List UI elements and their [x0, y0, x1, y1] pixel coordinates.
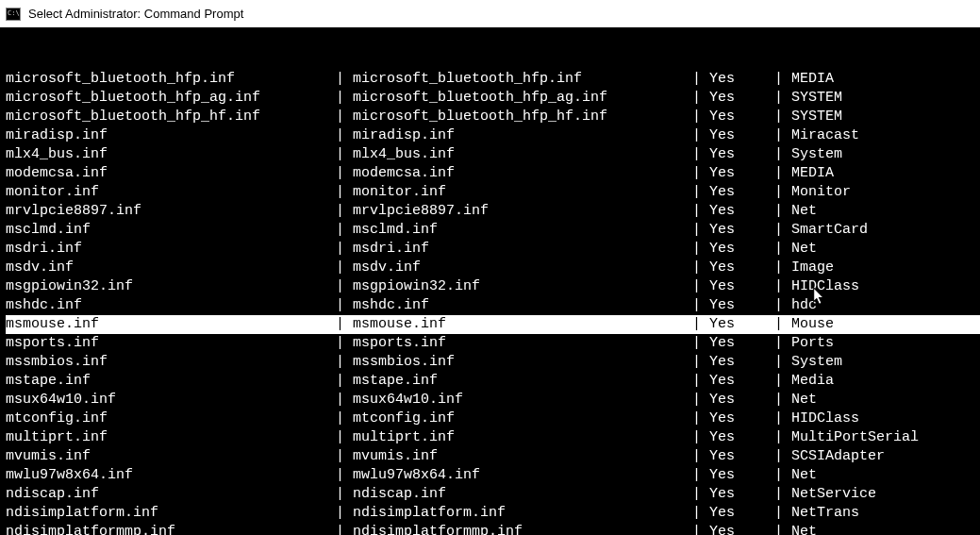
- column-separator: |: [692, 164, 709, 183]
- table-row[interactable]: mvumis.inf| mvumis.inf| Yes| SCSIAdapter: [6, 447, 980, 466]
- cell-inbox: Yes: [709, 221, 774, 240]
- column-separator: |: [692, 334, 709, 353]
- column-separator: |: [692, 202, 709, 221]
- cell-published-name: mstape.inf: [6, 372, 336, 391]
- cell-class: SmartCard: [791, 221, 980, 240]
- column-separator: |: [774, 391, 791, 410]
- cell-original-name: mtconfig.inf: [353, 410, 692, 428]
- table-row[interactable]: mshdc.inf| mshdc.inf| Yes| hdc: [6, 296, 980, 315]
- cell-inbox: Yes: [709, 410, 774, 428]
- column-separator: |: [774, 504, 791, 523]
- table-row[interactable]: ndiscap.inf| ndiscap.inf| Yes| NetServic…: [6, 485, 980, 504]
- table-row[interactable]: msports.inf| msports.inf| Yes| Ports: [6, 334, 980, 353]
- table-row[interactable]: modemcsa.inf| modemcsa.inf| Yes| MEDIA: [6, 164, 980, 183]
- cell-published-name: mshdc.inf: [6, 296, 336, 315]
- column-separator: |: [336, 353, 353, 372]
- column-separator: |: [692, 410, 709, 428]
- cell-class: Mouse: [791, 315, 980, 334]
- cell-class: hdc: [791, 296, 980, 315]
- table-row[interactable]: mlx4_bus.inf| mlx4_bus.inf| Yes| System: [6, 145, 980, 164]
- cell-inbox: Yes: [709, 334, 774, 353]
- cell-inbox: Yes: [709, 296, 774, 315]
- cell-original-name: monitor.inf: [353, 183, 692, 202]
- column-separator: |: [692, 353, 709, 372]
- column-separator: |: [774, 334, 791, 353]
- terminal-output[interactable]: microsoft_bluetooth_hfp.inf| microsoft_b…: [0, 28, 980, 535]
- table-row[interactable]: msdv.inf| msdv.inf| Yes| Image: [6, 259, 980, 277]
- cell-original-name: microsoft_bluetooth_hfp.inf: [353, 70, 692, 89]
- cell-class: HIDClass: [791, 410, 980, 428]
- cell-published-name: mtconfig.inf: [6, 410, 336, 428]
- table-row[interactable]: microsoft_bluetooth_hfp_hf.inf| microsof…: [6, 108, 980, 126]
- column-separator: |: [774, 372, 791, 391]
- table-row[interactable]: msux64w10.inf| msux64w10.inf| Yes| Net: [6, 391, 980, 410]
- cell-class: Net: [791, 202, 980, 221]
- table-row[interactable]: msgpiowin32.inf| msgpiowin32.inf| Yes| H…: [6, 277, 980, 296]
- cell-published-name: modemcsa.inf: [6, 164, 336, 183]
- table-row[interactable]: mtconfig.inf| mtconfig.inf| Yes| HIDClas…: [6, 410, 980, 428]
- column-separator: |: [692, 315, 709, 334]
- table-row[interactable]: microsoft_bluetooth_hfp_ag.inf| microsof…: [6, 89, 980, 108]
- column-separator: |: [692, 70, 709, 89]
- column-separator: |: [774, 183, 791, 202]
- column-separator: |: [774, 447, 791, 466]
- table-row[interactable]: msclmd.inf| msclmd.inf| Yes| SmartCard: [6, 221, 980, 240]
- cell-published-name: monitor.inf: [6, 183, 336, 202]
- column-separator: |: [336, 504, 353, 523]
- cell-inbox: Yes: [709, 126, 774, 145]
- cell-original-name: miradisp.inf: [353, 126, 692, 145]
- table-row[interactable]: ndisimplatform.inf| ndisimplatform.inf| …: [6, 504, 980, 523]
- cell-original-name: mssmbios.inf: [353, 353, 692, 372]
- cell-class: MultiPortSerial: [791, 428, 980, 447]
- table-row[interactable]: mrvlpcie8897.inf| mrvlpcie8897.inf| Yes|…: [6, 202, 980, 221]
- cell-class: Net: [791, 466, 980, 485]
- column-separator: |: [692, 391, 709, 410]
- cell-original-name: msports.inf: [353, 334, 692, 353]
- titlebar[interactable]: Select Administrator: Command Prompt: [0, 0, 980, 28]
- table-row[interactable]: ndisimplatformmp.inf| ndisimplatformmp.i…: [6, 523, 980, 535]
- cell-inbox: Yes: [709, 202, 774, 221]
- cell-class: SYSTEM: [791, 89, 980, 108]
- cell-class: System: [791, 145, 980, 164]
- column-separator: |: [774, 221, 791, 240]
- column-separator: |: [774, 485, 791, 504]
- column-separator: |: [774, 466, 791, 485]
- cell-inbox: Yes: [709, 353, 774, 372]
- table-row[interactable]: monitor.inf| monitor.inf| Yes| Monitor: [6, 183, 980, 202]
- cell-original-name: msclmd.inf: [353, 221, 692, 240]
- cell-inbox: Yes: [709, 240, 774, 259]
- cell-inbox: Yes: [709, 485, 774, 504]
- column-separator: |: [692, 126, 709, 145]
- cell-inbox: Yes: [709, 504, 774, 523]
- cell-original-name: msmouse.inf: [353, 315, 692, 334]
- column-separator: |: [336, 108, 353, 126]
- column-separator: |: [692, 372, 709, 391]
- cell-original-name: ndisimplatform.inf: [353, 504, 692, 523]
- column-separator: |: [692, 504, 709, 523]
- cell-inbox: Yes: [709, 447, 774, 466]
- cell-inbox: Yes: [709, 466, 774, 485]
- table-row[interactable]: miradisp.inf| miradisp.inf| Yes| Miracas…: [6, 126, 980, 145]
- cell-published-name: msmouse.inf: [6, 315, 336, 334]
- column-separator: |: [774, 296, 791, 315]
- column-separator: |: [774, 259, 791, 277]
- table-row[interactable]: msmouse.inf| msmouse.inf| Yes| Mouse: [6, 315, 980, 334]
- cell-original-name: mvumis.inf: [353, 447, 692, 466]
- cell-inbox: Yes: [709, 372, 774, 391]
- column-separator: |: [692, 259, 709, 277]
- table-row[interactable]: msdri.inf| msdri.inf| Yes| Net: [6, 240, 980, 259]
- column-separator: |: [692, 277, 709, 296]
- column-separator: |: [692, 485, 709, 504]
- table-row[interactable]: multiprt.inf| multiprt.inf| Yes| MultiPo…: [6, 428, 980, 447]
- table-row[interactable]: mwlu97w8x64.inf| mwlu97w8x64.inf| Yes| N…: [6, 466, 980, 485]
- column-separator: |: [774, 108, 791, 126]
- column-separator: |: [774, 353, 791, 372]
- table-row[interactable]: mstape.inf| mstape.inf| Yes| Media: [6, 372, 980, 391]
- column-separator: |: [336, 315, 353, 334]
- window-title: Select Administrator: Command Prompt: [28, 7, 243, 21]
- table-row[interactable]: mssmbios.inf| mssmbios.inf| Yes| System: [6, 353, 980, 372]
- column-separator: |: [774, 70, 791, 89]
- cell-class: Net: [791, 523, 980, 535]
- cell-class: System: [791, 353, 980, 372]
- table-row[interactable]: microsoft_bluetooth_hfp.inf| microsoft_b…: [6, 70, 980, 89]
